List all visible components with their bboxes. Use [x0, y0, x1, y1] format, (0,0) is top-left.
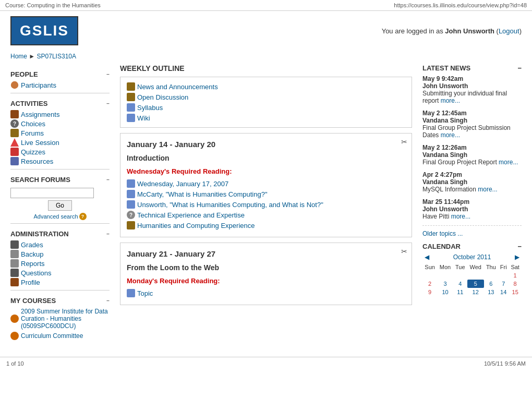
older-topics-link[interactable]: Older topics ...	[422, 230, 463, 237]
choice-icon: ?	[10, 119, 19, 128]
sidebar-item-grades[interactable]: Grades	[10, 240, 110, 249]
week2-link-0[interactable]: Topic	[127, 288, 405, 298]
quiz-icon	[10, 148, 19, 156]
cal-day-11: 11	[453, 288, 467, 296]
admin-collapse-icon[interactable]: −	[106, 231, 110, 237]
news-item-1: May 2 12:45am Vandana Singh Final Group …	[422, 110, 522, 139]
week1-link-2[interactable]: Unsworth, "What is Humanities Computing,…	[127, 199, 405, 210]
discuss-icon	[127, 93, 135, 101]
doc-icon-2	[127, 200, 135, 209]
sidebar-item-datacuration[interactable]: 2009 Summer Institute for Data Curation …	[10, 307, 110, 331]
sidebar-item-curriculum[interactable]: Curriculum Committee	[10, 331, 110, 341]
cal-header-mon: Mon	[437, 263, 453, 271]
logout-link[interactable]: Logout	[499, 27, 519, 35]
latest-news-header: LATEST NEWS −	[422, 64, 522, 72]
link-open-discussion[interactable]: Open Discussion	[127, 92, 405, 102]
top-links-box: News and Announcements Open Discussion S…	[120, 77, 412, 128]
week1-link-0[interactable]: Wednesday, January 17, 2007	[127, 178, 405, 189]
course-icon-2	[10, 332, 19, 340]
sidebar-item-profile[interactable]: Profile	[10, 277, 110, 287]
help-icon: ?	[79, 213, 87, 220]
doc-icon-0	[127, 179, 135, 188]
left-sidebar: PEOPLE − Participants ACTIVITIES − Assig…	[5, 64, 115, 346]
questions-icon	[10, 269, 19, 277]
footer: 1 of 10 10/5/11 9:56 AM	[0, 357, 532, 370]
people-icon	[10, 81, 19, 89]
announce-icon	[127, 82, 135, 91]
course-icon-1	[10, 315, 19, 323]
cal-header-fri: Fri	[498, 263, 509, 271]
news-more-0[interactable]: more...	[441, 97, 460, 104]
right-sidebar: LATEST NEWS − May 9 9:42am John Unsworth…	[417, 64, 527, 346]
news-more-4[interactable]: more...	[451, 213, 470, 220]
mycourses-collapse-icon[interactable]: −	[106, 298, 110, 304]
search-input[interactable]	[10, 188, 94, 198]
activities-section-header: ACTIVITIES −	[10, 100, 110, 107]
cal-day-9: 9	[422, 288, 437, 296]
weekly-outline-header: WEEKLY OUTLINE	[120, 64, 412, 72]
wiki-icon	[127, 114, 135, 122]
sidebar-item-livesession[interactable]: Live Session	[10, 138, 110, 147]
home-link[interactable]: Home	[10, 53, 27, 60]
go-button[interactable]: Go	[48, 200, 72, 211]
timestamp: 10/5/11 9:56 AM	[484, 360, 526, 367]
news-item-0: May 9 9:42am John Unsworth Submitting yo…	[422, 75, 522, 104]
course-title: Course: Computing in the Humanities	[5, 2, 101, 8]
sidebar-item-assignments[interactable]: Assignments	[10, 110, 110, 119]
calendar-nav: ◀ October 2011 ▶	[422, 253, 522, 261]
assign-icon	[10, 110, 19, 118]
week1-link-1[interactable]: McCarty, "What is Humanities Computing?"	[127, 189, 405, 199]
cal-day-3: 3	[437, 280, 453, 288]
admin-section-header: ADMINISTRATION −	[10, 230, 110, 238]
sidebar-item-resources[interactable]: Resources	[10, 156, 110, 166]
link-syllabus[interactable]: Syllabus	[127, 102, 405, 113]
cal-header-sun: Sun	[422, 263, 437, 271]
sidebar-item-choices[interactable]: ? Choices	[10, 119, 110, 128]
week1-link-4[interactable]: Humanities and Computing Experience	[127, 220, 405, 231]
edit-icon-2[interactable]: ✂	[401, 247, 407, 256]
center-content: WEEKLY OUTLINE News and Announcements Op…	[115, 64, 417, 346]
week1-title: January 14 - January 20	[127, 140, 405, 149]
week2-title: January 21 - January 27	[127, 249, 405, 258]
week1-box: ✂ January 14 - January 20 Introduction W…	[120, 133, 412, 237]
calendar-header: CALENDAR −	[422, 243, 522, 250]
people-collapse-icon[interactable]: −	[106, 71, 110, 77]
week2-box: ✂ January 21 - January 27 From the Loom …	[120, 243, 412, 305]
search-collapse-icon[interactable]: −	[106, 177, 110, 183]
sidebar-item-forums[interactable]: Forums	[10, 128, 110, 138]
cal-week-0: 1	[422, 271, 522, 280]
backup-icon	[10, 250, 19, 258]
news-item-4: Mar 25 11:44pm John Unsworth Have Pitti …	[422, 198, 522, 220]
grades-icon	[10, 240, 19, 249]
announce-icon-4	[127, 221, 135, 229]
course-link[interactable]: SP07LIS310A	[37, 53, 76, 60]
resources-icon	[10, 157, 19, 165]
sidebar-item-backup[interactable]: Backup	[10, 249, 110, 259]
news-collapse-icon[interactable]: −	[517, 64, 522, 72]
activities-collapse-icon[interactable]: −	[106, 101, 110, 106]
sidebar-item-questions[interactable]: Questions	[10, 268, 110, 277]
search-box: Go Advanced search ?	[10, 188, 110, 220]
week2-req-reading: Monday's Required Reading:	[127, 277, 405, 285]
link-wiki[interactable]: Wiki	[127, 113, 405, 123]
calendar-next-arrow[interactable]: ▶	[513, 253, 522, 261]
advanced-search-link[interactable]: Advanced search ?	[10, 213, 110, 220]
sidebar-item-participants[interactable]: Participants	[10, 80, 110, 90]
news-more-3[interactable]: more...	[478, 186, 497, 193]
calendar-collapse-icon[interactable]: −	[517, 243, 522, 250]
week1-link-3[interactable]: ? Technical Experience and Expertise	[127, 210, 405, 220]
news-more-1[interactable]: more...	[441, 131, 460, 139]
cal-week-1: 2 3 4 5 6 7 8	[422, 280, 522, 288]
doc-icon-week2-0	[127, 289, 135, 297]
calendar-prev-arrow[interactable]: ◀	[422, 253, 431, 261]
edit-icon-1[interactable]: ✂	[401, 138, 407, 146]
sidebar-item-quizzes[interactable]: Quizzes	[10, 147, 110, 156]
cal-day-2: 2	[422, 280, 437, 288]
cal-header-wed: Wed	[467, 263, 484, 271]
sidebar-item-reports[interactable]: Reports	[10, 259, 110, 268]
week1-subtitle: Introduction	[127, 154, 405, 162]
cal-day-14: 14	[498, 288, 509, 296]
week2-subtitle: From the Loom to the Web	[127, 263, 405, 272]
news-more-2[interactable]: more...	[499, 159, 518, 166]
link-news-announcements[interactable]: News and Announcements	[127, 81, 405, 92]
